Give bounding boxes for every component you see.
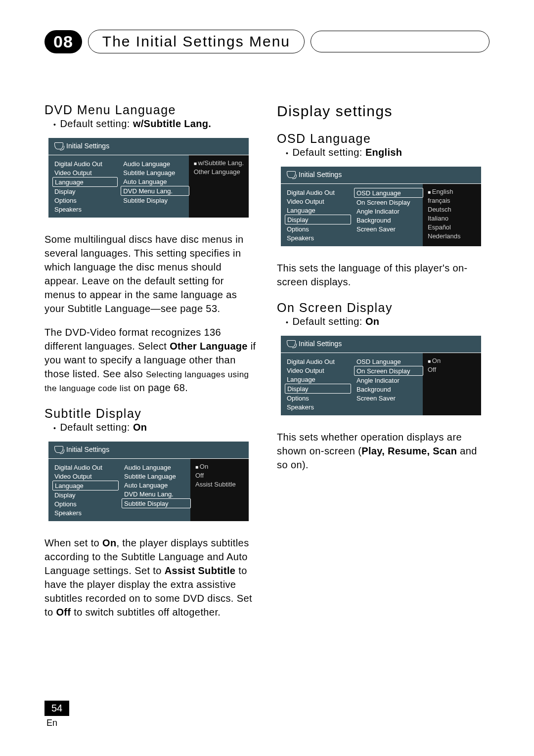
osmenu-left-item: Video Output [52, 168, 113, 177]
osmenu-title-text: Initial Settings [299, 340, 342, 348]
osmenu-right-item: Deutsch [426, 205, 478, 214]
osmenu-right-item: Off [193, 471, 246, 480]
osmenu-mid-item: On Screen Display [355, 198, 419, 207]
dvd-menu-language-paragraph-2: The DVD-Video format recognizes 136 diff… [44, 325, 257, 395]
osmenu-left-item: Options [52, 499, 114, 508]
osmenu-mid-item: Subtitle Display [121, 196, 184, 205]
bullet-icon: • [277, 316, 288, 329]
osmenu-right-item: Nederlands [426, 231, 478, 240]
osmenu-title: Initial Settings [281, 338, 481, 353]
return-icon [54, 446, 63, 453]
dvd-menu-language-diagram: Initial SettingsDigital Audio OutVideo O… [48, 138, 249, 218]
chapter-title: The Initial Settings Menu [88, 30, 305, 53]
page-language: En [44, 718, 69, 728]
osmenu-left-item: Language [52, 177, 118, 187]
osmenu-left-item: Options [285, 224, 347, 233]
osmenu-right-item: Off [426, 365, 478, 374]
return-icon [287, 340, 296, 347]
osmenu-title-text: Initial Settings [66, 142, 109, 150]
osmenu-left-item: Digital Audio Out [285, 357, 347, 366]
osmenu-title: Initial Settings [281, 169, 481, 183]
osmenu-left-item: Speakers [52, 205, 113, 214]
osmenu-title: Initial Settings [48, 444, 249, 458]
osmenu-title-text: Initial Settings [299, 171, 342, 178]
osmenu-mid-item: Audio Language [121, 159, 184, 168]
osmenu-mid-item: Angle Indicator [355, 376, 419, 385]
osmenu-mid-item: Screen Saver [355, 224, 419, 233]
osmenu-mid-item: Screen Saver [355, 394, 419, 402]
page-number: 54 [44, 701, 69, 716]
bullet-icon: • [44, 118, 56, 131]
display-settings-heading: Display settings [277, 103, 490, 120]
osmenu-left-item: Display [285, 215, 351, 224]
osmenu-left-item: Display [285, 384, 351, 394]
osmenu-mid-item: Background [355, 385, 419, 394]
osd-language-heading: OSD Language [277, 132, 490, 146]
osmenu-left-item: Options [52, 196, 113, 205]
return-icon [54, 142, 63, 149]
osmenu-left-item: Digital Audio Out [285, 188, 347, 197]
osmenu-left-item: Language [285, 375, 347, 384]
osmenu-left-item: Display [52, 490, 114, 499]
osd-language-diagram: Initial SettingsDigital Audio OutVideo O… [281, 167, 481, 246]
osmenu-mid-item: Subtitle Display [122, 498, 191, 508]
subtitle-display-default: • Default setting: On [44, 422, 257, 435]
page-footer: 54 En [44, 701, 69, 728]
osmenu-mid-item: Subtitle Language [121, 168, 184, 177]
osmenu-right-item: Assist Subtitle [193, 480, 246, 489]
osmenu-left-item: Options [285, 394, 347, 402]
osmenu-mid-item: DVD Menu Lang. [122, 489, 186, 498]
osmenu-title: Initial Settings [48, 140, 249, 155]
osmenu-left-item: Speakers [285, 402, 347, 411]
on-screen-display-paragraph: This sets whether operation displays are… [277, 430, 490, 472]
dvd-menu-language-heading: DVD Menu Language [44, 103, 257, 117]
osmenu-right-item: On [426, 356, 478, 365]
osmenu-left-item: Speakers [52, 508, 114, 517]
osmenu-mid-item: DVD Menu Lang. [121, 186, 189, 196]
bullet-icon: • [277, 147, 288, 160]
on-screen-display-heading: On Screen Display [277, 301, 490, 315]
osmenu-right-item: Italiano [426, 214, 478, 222]
osmenu-mid-item: Audio Language [122, 463, 186, 472]
osmenu-left-item: Video Output [285, 197, 347, 206]
bullet-icon: • [44, 422, 56, 435]
osd-language-default: • Default setting: English [277, 147, 490, 160]
osmenu-mid-item: Auto Language [121, 177, 184, 186]
osmenu-left-item: Language [285, 206, 347, 215]
return-icon [287, 171, 296, 178]
osmenu-right-item: Español [426, 222, 478, 231]
osmenu-right-item: w/Subtitle Lang. [192, 158, 246, 167]
subtitle-display-paragraph: When set to On, the player displays subt… [44, 536, 257, 619]
osmenu-right-item: On [193, 462, 246, 471]
osmenu-mid-item: OSD Language [354, 188, 423, 198]
page-header: 08 The Initial Settings Menu [44, 30, 490, 53]
osmenu-right-item: Other Language [192, 167, 246, 176]
osmenu-right-item: English [426, 187, 478, 196]
osd-language-paragraph: This sets the language of this player's … [277, 261, 490, 289]
subtitle-display-diagram: Initial SettingsDigital Audio OutVideo O… [48, 442, 249, 521]
header-decoration [311, 31, 490, 52]
subtitle-display-heading: Subtitle Display [44, 406, 257, 421]
on-screen-display-diagram: Initial SettingsDigital Audio OutVideo O… [281, 336, 481, 415]
osmenu-left-item: Speakers [285, 233, 347, 242]
osmenu-left-item: Language [52, 481, 119, 490]
osmenu-mid-item: Background [355, 216, 419, 224]
osmenu-left-item: Digital Audio Out [52, 463, 114, 472]
osmenu-mid-item: On Screen Display [354, 366, 423, 376]
dvd-menu-language-default: • Default setting: w/Subtitle Lang. [44, 118, 257, 131]
osmenu-mid-item: OSD Language [355, 357, 419, 366]
osmenu-left-item: Display [52, 187, 113, 196]
chapter-number: 08 [44, 30, 82, 53]
osmenu-mid-item: Angle Indicator [355, 207, 419, 216]
dvd-menu-language-paragraph-1: Some multilingual discs have disc menus … [44, 232, 257, 315]
osmenu-mid-item: Auto Language [122, 481, 186, 489]
osmenu-left-item: Video Output [52, 472, 114, 481]
osmenu-left-item: Digital Audio Out [52, 159, 113, 168]
osmenu-left-item: Video Output [285, 366, 347, 375]
on-screen-display-default: • Default setting: On [277, 316, 490, 329]
osmenu-mid-item: Subtitle Language [122, 472, 186, 481]
osmenu-right-item: français [426, 196, 478, 205]
osmenu-title-text: Initial Settings [66, 445, 109, 453]
